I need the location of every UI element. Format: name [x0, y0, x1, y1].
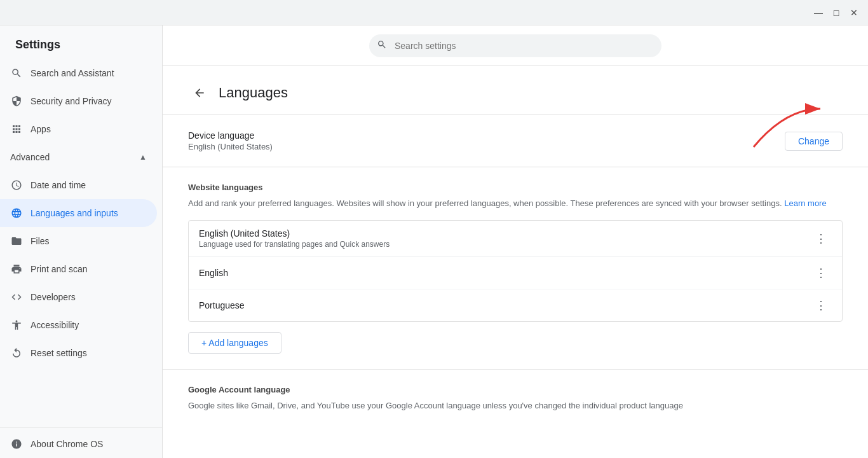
code-icon: [10, 291, 23, 303]
sidebar-label-search-and-assistant: Search and Assistant: [31, 68, 114, 78]
language-name-english-us: English (United States): [199, 228, 390, 239]
language-name-portuguese: Portuguese: [199, 300, 245, 310]
page-header: Languages: [163, 66, 868, 115]
language-list: English (United States) Language used fo…: [188, 220, 843, 322]
language-info-portuguese: Portuguese: [199, 300, 245, 310]
device-language-section: Device language English (United States) …: [163, 115, 868, 167]
website-languages-title: Website languages: [188, 183, 843, 192]
sidebar-nav: Search and Assistant Security and Privac…: [0, 59, 162, 367]
language-row-english-us: English (United States) Language used fo…: [189, 221, 842, 257]
device-language-row: Device language English (United States) …: [188, 130, 843, 151]
sidebar-label-print: Print and scan: [31, 264, 88, 274]
google-account-language-title: Google Account language: [188, 385, 843, 394]
device-language-value: English (United States): [188, 142, 273, 151]
maximize-button[interactable]: □: [827, 4, 845, 22]
language-desc-english-us: Language used for translating pages and …: [199, 240, 390, 249]
sidebar-label-date-and-time: Date and time: [31, 180, 86, 190]
sidebar-item-apps[interactable]: Apps: [0, 115, 157, 143]
language-row-portuguese: Portuguese ⋮: [189, 289, 842, 321]
language-name-english: English: [199, 268, 228, 278]
sidebar-section-advanced[interactable]: Advanced ▲: [0, 143, 157, 171]
language-row-english: English ⋮: [189, 257, 842, 289]
sidebar-item-security-and-privacy[interactable]: Security and Privacy: [0, 87, 157, 115]
language-more-button-english[interactable]: ⋮: [810, 265, 832, 281]
sidebar-label-languages: Languages and inputs: [31, 208, 118, 218]
sidebar-item-print-and-scan[interactable]: Print and scan: [0, 255, 157, 283]
sidebar-label-reset: Reset settings: [31, 348, 87, 358]
main-container: Settings Search and Assistant Security a…: [0, 25, 868, 458]
sidebar-item-search-and-assistant[interactable]: Search and Assistant: [0, 59, 157, 87]
header-bar: [163, 25, 868, 66]
titlebar: — □ ✕: [0, 0, 868, 25]
learn-more-link[interactable]: Learn more: [784, 198, 826, 208]
search-input[interactable]: [369, 34, 661, 57]
minimize-button[interactable]: —: [810, 4, 827, 22]
website-languages-description: Add and rank your preferred languages. W…: [188, 197, 843, 210]
sidebar-label-advanced: Advanced: [10, 152, 50, 162]
search-icon: [10, 67, 23, 80]
google-account-language-section: Google Account language Google sites lik…: [163, 370, 868, 427]
apps-icon: [10, 123, 23, 135]
content-area: Languages Device language English (Unite…: [163, 25, 868, 458]
reset-icon: [10, 347, 23, 359]
language-more-button-portuguese[interactable]: ⋮: [810, 297, 832, 314]
about-section: About Chrome OS: [0, 427, 162, 458]
settings-title: Settings: [0, 25, 162, 59]
sidebar-item-about-chrome-os[interactable]: About Chrome OS: [0, 430, 157, 458]
sidebar-label-apps: Apps: [31, 124, 51, 134]
website-languages-section: Website languages Add and rank your pref…: [163, 167, 868, 370]
sidebar-label-accessibility: Accessibility: [31, 320, 79, 330]
sidebar-item-accessibility[interactable]: Accessibility: [0, 311, 157, 339]
back-button[interactable]: [188, 81, 211, 104]
page-title: Languages: [219, 85, 288, 101]
sidebar-item-files[interactable]: Files: [0, 227, 157, 255]
language-more-button-english-us[interactable]: ⋮: [810, 230, 832, 247]
chevron-up-icon: ▲: [139, 153, 147, 162]
google-account-language-desc: Google sites like Gmail, Drive, and YouT…: [188, 399, 843, 412]
language-info-english-us: English (United States) Language used fo…: [199, 228, 390, 249]
sidebar-item-date-and-time[interactable]: Date and time: [0, 171, 157, 199]
accessibility-icon: [10, 319, 23, 331]
globe-icon: [10, 207, 23, 219]
sidebar-label-files: Files: [31, 236, 50, 246]
sidebar-label-security: Security and Privacy: [31, 96, 112, 106]
device-language-label: Device language: [188, 130, 273, 141]
sidebar: Settings Search and Assistant Security a…: [0, 25, 163, 458]
language-info-english: English: [199, 268, 228, 278]
sidebar-label-about: About Chrome OS: [31, 439, 103, 449]
sidebar-item-developers[interactable]: Developers: [0, 283, 157, 311]
info-icon: [10, 438, 23, 450]
sidebar-item-reset-settings[interactable]: Reset settings: [0, 339, 157, 367]
sidebar-item-languages-and-inputs[interactable]: Languages and inputs: [0, 199, 157, 227]
shield-icon: [10, 95, 23, 108]
search-icon: [377, 39, 387, 52]
print-icon: [10, 263, 23, 275]
device-language-info: Device language English (United States): [188, 130, 273, 151]
add-languages-button[interactable]: + Add languages: [188, 332, 281, 354]
change-button[interactable]: Change: [785, 132, 843, 151]
close-button[interactable]: ✕: [845, 4, 863, 22]
clock-icon: [10, 179, 23, 191]
search-container: [369, 34, 661, 57]
sidebar-label-developers: Developers: [31, 292, 76, 302]
folder-icon: [10, 235, 23, 247]
